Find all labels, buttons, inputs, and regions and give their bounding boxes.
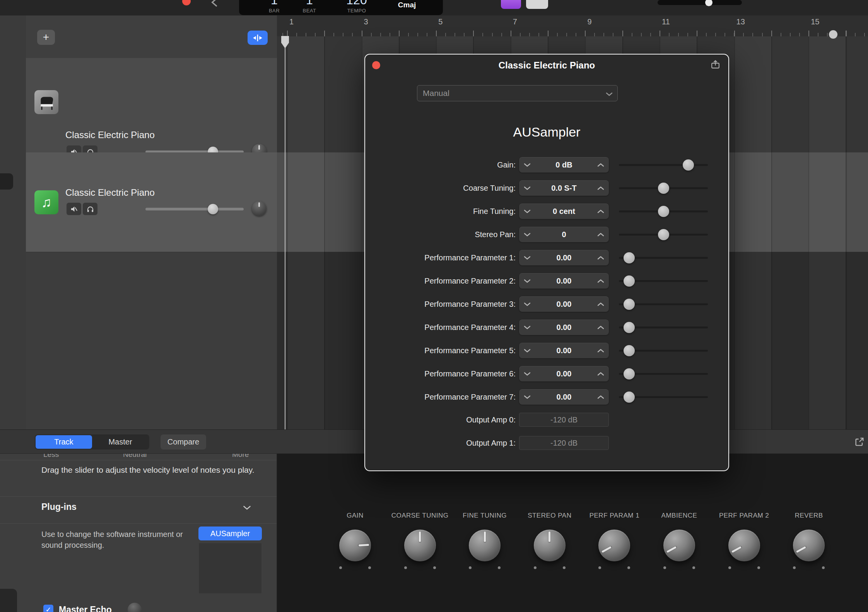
record-button[interactable] bbox=[182, 0, 191, 5]
slider-knob[interactable] bbox=[624, 391, 635, 403]
param-stepper[interactable]: 0.00 bbox=[519, 250, 609, 265]
chevron-down-icon[interactable] bbox=[243, 505, 251, 512]
output-field[interactable]: -120 dB bbox=[519, 413, 609, 427]
rewind-icon[interactable] bbox=[210, 0, 218, 9]
param-slider[interactable] bbox=[619, 200, 708, 223]
slider-knob[interactable] bbox=[624, 252, 635, 263]
chevron-up-icon[interactable] bbox=[597, 232, 604, 237]
stereo-pan-knob[interactable] bbox=[534, 530, 566, 561]
param-slider[interactable] bbox=[619, 316, 708, 339]
reverb-knob[interactable] bbox=[793, 530, 825, 561]
bar-ruler[interactable]: 13579111315 bbox=[277, 15, 868, 37]
master-volume-knob[interactable] bbox=[705, 0, 713, 6]
param-slider[interactable] bbox=[619, 153, 708, 176]
chevron-down-icon[interactable] bbox=[524, 232, 531, 237]
slider-knob[interactable] bbox=[624, 299, 635, 310]
output-field[interactable]: -120 dB bbox=[519, 436, 609, 450]
chevron-up-icon[interactable] bbox=[597, 163, 604, 167]
master-echo-checkbox[interactable]: ✓ bbox=[43, 605, 53, 612]
chevron-up-icon[interactable] bbox=[597, 372, 604, 376]
param-slider[interactable] bbox=[619, 176, 708, 200]
musical-typing-button[interactable] bbox=[526, 0, 548, 9]
master-volume-slider[interactable] bbox=[658, 0, 742, 5]
param-stepper[interactable]: 0.00 bbox=[519, 273, 609, 289]
ruler-major-ticks bbox=[277, 31, 868, 36]
master-echo-knob[interactable] bbox=[128, 603, 142, 612]
param-stepper[interactable]: 0 dB bbox=[519, 157, 609, 173]
pop-out-icon[interactable] bbox=[710, 59, 721, 71]
chevron-down-icon[interactable] bbox=[524, 395, 531, 399]
pan-knob[interactable] bbox=[252, 201, 267, 216]
chevron-up-icon[interactable] bbox=[597, 186, 604, 190]
param-stepper[interactable]: 0.00 bbox=[519, 343, 609, 358]
volume-slider-knob[interactable] bbox=[208, 204, 218, 214]
add-track-button[interactable]: + bbox=[37, 30, 55, 45]
ambience-knob[interactable] bbox=[663, 530, 695, 561]
plugin-window-title: Classic Electric Piano bbox=[365, 60, 728, 71]
chevron-up-icon[interactable] bbox=[597, 209, 604, 214]
chevron-down-icon[interactable] bbox=[524, 372, 531, 376]
key-signature-button[interactable]: Cmaj bbox=[386, 1, 428, 9]
chevron-up-icon[interactable] bbox=[597, 325, 604, 330]
param-stepper[interactable]: 0 cent bbox=[519, 203, 609, 219]
param-stepper[interactable]: 0.00 bbox=[519, 296, 609, 312]
loop-browser-button[interactable] bbox=[501, 0, 521, 9]
empty-plugin-slot[interactable] bbox=[198, 543, 262, 594]
preset-dropdown[interactable]: Manual bbox=[417, 85, 618, 101]
chevron-down-icon[interactable] bbox=[524, 325, 531, 330]
slider-knob[interactable] bbox=[658, 229, 669, 240]
param-slider[interactable] bbox=[619, 362, 708, 385]
param-slider[interactable] bbox=[619, 246, 708, 269]
chevron-down-icon[interactable] bbox=[524, 256, 531, 260]
slider-knob[interactable] bbox=[624, 345, 635, 356]
chevron-up-icon[interactable] bbox=[597, 256, 604, 260]
coarse-tuning-knob[interactable] bbox=[404, 530, 436, 561]
slider-knob[interactable] bbox=[658, 183, 669, 194]
perf-param-2-knob[interactable] bbox=[728, 530, 760, 561]
chevron-up-icon[interactable] bbox=[597, 349, 604, 353]
mute-button[interactable] bbox=[67, 203, 81, 215]
param-stepper[interactable]: 0.00 bbox=[519, 366, 609, 381]
slider-knob[interactable] bbox=[624, 368, 635, 380]
chevron-down-icon[interactable] bbox=[524, 279, 531, 283]
gain-knob[interactable] bbox=[339, 530, 371, 561]
param-stepper[interactable]: 0.0 S-T bbox=[519, 180, 609, 196]
library-edge-tab[interactable] bbox=[0, 173, 13, 190]
param-stepper[interactable]: 0 bbox=[519, 227, 609, 242]
chevron-down-icon[interactable] bbox=[524, 349, 531, 353]
fine-tuning-knob[interactable] bbox=[469, 530, 501, 561]
tab-master[interactable]: Master bbox=[92, 435, 149, 449]
param-slider[interactable] bbox=[619, 269, 708, 292]
param-slider[interactable] bbox=[619, 385, 708, 409]
track-header-2[interactable]: ♫ Classic Electric Piano bbox=[26, 152, 277, 252]
chevron-down-icon[interactable] bbox=[524, 163, 531, 167]
open-external-icon[interactable] bbox=[854, 436, 865, 449]
chevron-down-icon[interactable] bbox=[524, 209, 531, 214]
plugin-slot-ausampler-button[interactable]: AUSampler bbox=[198, 527, 262, 540]
chevron-up-icon[interactable] bbox=[597, 302, 604, 306]
slider-knob[interactable] bbox=[683, 159, 694, 171]
catch-playhead-button[interactable] bbox=[248, 31, 268, 45]
solo-button[interactable] bbox=[83, 203, 97, 215]
param-label: Performance Parameter 1: bbox=[365, 246, 516, 269]
track-header-1[interactable]: Classic Electric Piano bbox=[26, 58, 277, 153]
slider-knob[interactable] bbox=[624, 322, 635, 333]
zoom-slider-knob[interactable] bbox=[829, 30, 837, 39]
chevron-down-icon[interactable] bbox=[524, 186, 531, 190]
param-stepper[interactable]: 0.00 bbox=[519, 320, 609, 335]
param-slider[interactable] bbox=[619, 339, 708, 362]
knob-label-ambience: AMBIENCE bbox=[647, 512, 712, 520]
slider-knob[interactable] bbox=[624, 275, 635, 287]
perf-param-1-knob[interactable] bbox=[598, 530, 630, 561]
chevron-up-icon[interactable] bbox=[597, 395, 604, 399]
lcd-display[interactable]: 1 1 120 BAR BEAT TEMPO Cmaj bbox=[239, 0, 443, 15]
chevron-down-icon[interactable] bbox=[524, 302, 531, 306]
chevron-up-icon[interactable] bbox=[597, 279, 604, 283]
param-stepper[interactable]: 0.00 bbox=[519, 389, 609, 405]
compare-button[interactable]: Compare bbox=[161, 434, 206, 450]
volume-slider[interactable] bbox=[145, 208, 244, 210]
param-slider[interactable] bbox=[619, 223, 708, 246]
param-slider[interactable] bbox=[619, 292, 708, 316]
slider-knob[interactable] bbox=[658, 206, 669, 217]
tab-track[interactable]: Track bbox=[36, 435, 92, 449]
